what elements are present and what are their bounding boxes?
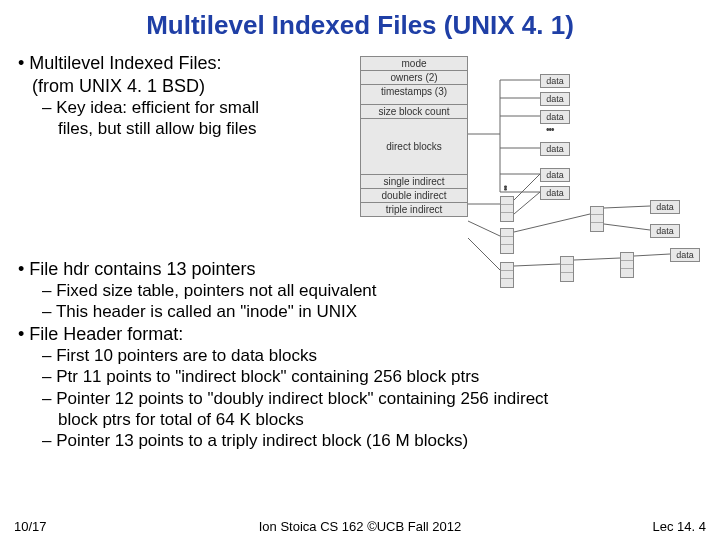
- dots-icon: •••: [546, 124, 554, 135]
- cell-size: size block count: [360, 105, 468, 119]
- footer-lecture: Lec 14. 4: [653, 519, 707, 534]
- cell-timestamps: timestamps (3): [360, 85, 468, 105]
- cell-direct: direct blocks: [360, 119, 468, 175]
- data-box: data: [540, 110, 570, 124]
- bullet-first10: First 10 pointers are to data blocks: [42, 345, 702, 366]
- data-box: data: [650, 200, 680, 214]
- svg-line-15: [468, 238, 500, 270]
- cell-single: single indirect: [360, 175, 468, 189]
- footer-center: Ion Stoica CS 162 ©UCB Fall 2012: [0, 519, 720, 534]
- cell-triple: triple indirect: [360, 203, 468, 217]
- cell-owners: owners (2): [360, 71, 468, 85]
- ptr-box-single: [500, 196, 514, 222]
- slide-title: Multilevel Indexed Files (UNIX 4. 1): [0, 0, 720, 41]
- svg-line-13: [604, 206, 650, 208]
- svg-line-17: [574, 258, 620, 260]
- cell-mode: mode: [360, 56, 468, 71]
- svg-line-18: [634, 254, 670, 256]
- footer-date: 10/17: [14, 519, 47, 534]
- svg-line-14: [604, 224, 650, 230]
- data-box: data: [540, 74, 570, 88]
- svg-line-12: [514, 214, 590, 232]
- bullet-ptr12b: block ptrs for total of 64 K blocks: [58, 409, 702, 430]
- footer: 10/17 Ion Stoica CS 162 ©UCB Fall 2012 L…: [0, 519, 720, 534]
- data-box: data: [540, 142, 570, 156]
- data-box: data: [670, 248, 700, 262]
- data-box: data: [540, 186, 570, 200]
- svg-line-9: [514, 174, 540, 200]
- dots-icon: ••: [500, 185, 511, 190]
- cell-double: double indirect: [360, 189, 468, 203]
- bullet-ptr12: Pointer 12 points to "doubly indirect bl…: [42, 388, 702, 409]
- ptr-box-triple-3: [620, 252, 634, 278]
- data-box: data: [540, 92, 570, 106]
- ptr-box-triple-2: [560, 256, 574, 282]
- ptr-box-double-1: [500, 228, 514, 254]
- svg-line-16: [514, 264, 560, 266]
- bullet-inode: This header is called an "inode" in UNIX: [42, 301, 702, 322]
- ptr-box-triple-1: [500, 262, 514, 288]
- data-box: data: [540, 168, 570, 182]
- bullet-ptr13: Pointer 13 points to a triply indirect b…: [42, 430, 702, 451]
- bullet-ptr11: Ptr 11 points to "indirect block" contai…: [42, 366, 702, 387]
- inode-diagram: mode owners (2) timestamps (3) size bloc…: [360, 56, 710, 302]
- slide: Multilevel Indexed Files (UNIX 4. 1) Mul…: [0, 0, 720, 540]
- ptr-box-double-2: [590, 206, 604, 232]
- svg-line-11: [468, 221, 500, 236]
- data-box: data: [650, 224, 680, 238]
- svg-line-10: [514, 192, 540, 214]
- inode-table: mode owners (2) timestamps (3) size bloc…: [360, 56, 468, 217]
- bullet-filehdrformat: File Header format:: [18, 323, 702, 346]
